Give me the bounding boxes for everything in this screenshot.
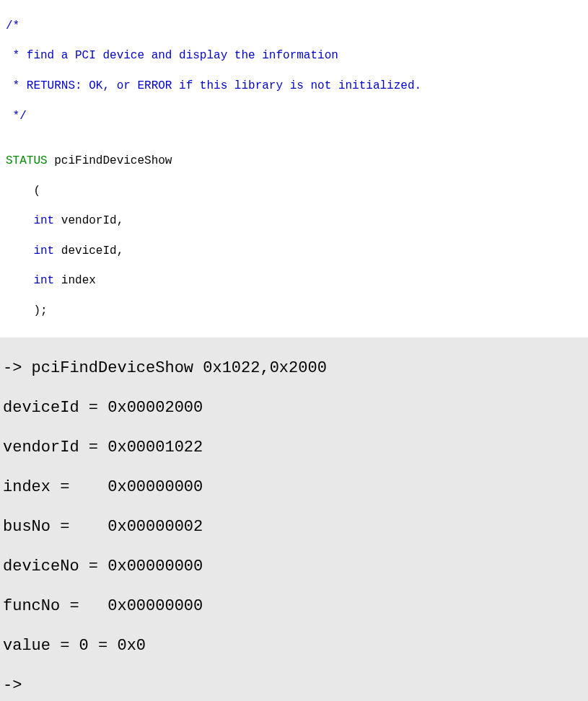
terminal-line: vendorId = 0x00001022 (3, 438, 585, 458)
source-code-block: /* * find a PCI device and display the i… (0, 0, 588, 338)
space (48, 154, 55, 167)
terminal-line: deviceId = 0x00002000 (3, 398, 585, 418)
indent (6, 244, 33, 257)
terminal-line: busNo = 0x00000002 (3, 517, 585, 537)
type-keyword: int (33, 244, 54, 257)
terminal-line: -> pciFindDeviceShow 0x1022,0x2000 (3, 358, 585, 379)
arg-name: index (54, 274, 96, 287)
terminal-output-block: -> pciFindDeviceShow 0x1022,0x2000 devic… (0, 338, 588, 701)
paren-close: ); (6, 304, 581, 319)
arg-name: vendorId, (54, 214, 123, 227)
paren-open: ( (6, 184, 581, 199)
comment-line: * RETURNS: OK, or ERROR if this library … (6, 79, 581, 94)
comment-line: * find a PCI device and display the info… (6, 48, 581, 63)
terminal-line: value = 0 = 0x0 (3, 636, 585, 656)
type-keyword: int (33, 214, 54, 227)
comment-line: /* (6, 19, 581, 34)
comment-line: */ (6, 109, 581, 124)
terminal-line: funcNo = 0x00000000 (3, 596, 585, 617)
return-type: STATUS (6, 154, 48, 167)
terminal-line: -> (3, 676, 585, 696)
indent (6, 214, 33, 227)
indent (6, 274, 33, 287)
terminal-line: index = 0x00000000 (3, 477, 585, 498)
terminal-line: deviceNo = 0x00000000 (3, 557, 585, 577)
arg-name: deviceId, (54, 244, 123, 257)
function-name: pciFindDeviceShow (54, 154, 172, 167)
type-keyword: int (33, 274, 54, 287)
